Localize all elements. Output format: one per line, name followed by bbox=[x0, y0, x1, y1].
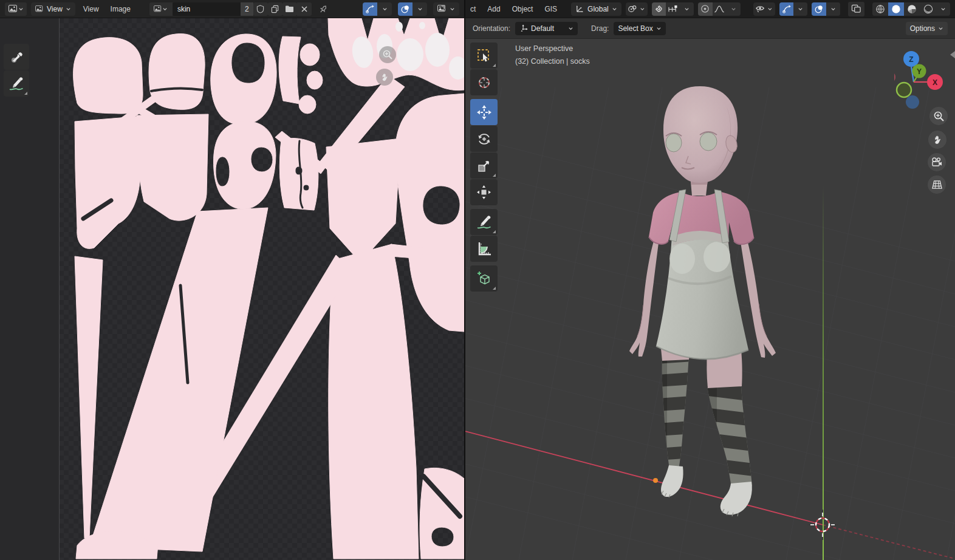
menu-object[interactable]: Object bbox=[508, 3, 537, 15]
gizmo-icon bbox=[365, 4, 375, 14]
viewport-gizmos-toggle[interactable] bbox=[779, 2, 793, 16]
navigation-gizmo[interactable]: Z Y X bbox=[894, 44, 950, 111]
drag-dropdown[interactable]: Select Box bbox=[614, 22, 665, 35]
proportional-editing-toggle[interactable] bbox=[698, 2, 712, 16]
transform-orientation-dropdown[interactable]: Global bbox=[571, 2, 621, 16]
view-perspective-label: User Perspective bbox=[515, 43, 590, 55]
pan-button[interactable] bbox=[376, 69, 393, 86]
proportional-dropdown[interactable] bbox=[727, 2, 741, 16]
open-image-button[interactable] bbox=[282, 2, 297, 16]
axis-neg-z-ball[interactable] bbox=[906, 95, 919, 109]
grid-perspective-icon bbox=[931, 180, 943, 190]
chevron-down-icon bbox=[640, 6, 645, 12]
snap-dropdown[interactable] bbox=[680, 2, 694, 16]
uv-image-canvas[interactable] bbox=[0, 18, 464, 560]
pivot-point-dropdown[interactable] bbox=[626, 2, 648, 16]
uv-texture-artwork bbox=[59, 18, 464, 560]
shading-material-button[interactable] bbox=[904, 2, 920, 16]
menu-gis[interactable]: GIS bbox=[541, 3, 561, 15]
tool-sample[interactable] bbox=[4, 44, 29, 70]
tool-add-cube[interactable] bbox=[470, 265, 498, 292]
users-count-button[interactable]: 2 bbox=[241, 2, 253, 16]
shading-solid-button[interactable] bbox=[888, 2, 904, 16]
viewport-3d[interactable]: User Perspective (32) Collection | socks bbox=[465, 39, 955, 560]
rotate-icon bbox=[476, 131, 492, 147]
axis-z-ball[interactable]: Z bbox=[903, 51, 919, 67]
object-visibility-dropdown[interactable] bbox=[753, 2, 775, 16]
image-icon bbox=[154, 5, 162, 13]
character-model[interactable] bbox=[629, 86, 776, 516]
image-name-input[interactable]: skin bbox=[173, 2, 241, 16]
tool-cursor[interactable] bbox=[470, 69, 498, 95]
xray-toggle[interactable] bbox=[848, 2, 864, 16]
tool-options-corner bbox=[493, 64, 496, 67]
sidebar-toggle-arrow[interactable] bbox=[950, 51, 955, 58]
viewport-pane: ct Add Object GIS Global bbox=[465, 0, 955, 560]
hand-icon bbox=[380, 72, 390, 83]
editor-type-button[interactable] bbox=[5, 2, 27, 16]
pin-button[interactable] bbox=[316, 2, 330, 16]
viewport-overlays-toggle[interactable] bbox=[812, 2, 826, 16]
snap-with-button[interactable] bbox=[666, 2, 680, 16]
solid-sphere-icon bbox=[891, 4, 901, 14]
pin-icon bbox=[318, 4, 328, 14]
tool-scale[interactable] bbox=[470, 152, 498, 179]
proportional-falloff-button[interactable] bbox=[713, 2, 727, 16]
display-mode-value: View bbox=[47, 5, 63, 13]
display-channels-dropdown[interactable] bbox=[433, 2, 459, 16]
chevron-down-icon bbox=[568, 26, 573, 31]
options-dropdown[interactable]: Options bbox=[906, 22, 948, 35]
gizmos-dropdown[interactable] bbox=[377, 2, 392, 16]
tool-annotate-image[interactable] bbox=[4, 70, 29, 97]
drag-value: Select Box bbox=[618, 24, 652, 33]
overlays-icon bbox=[814, 4, 824, 14]
axis-neg-x-ball[interactable] bbox=[894, 70, 895, 84]
pan-view-button[interactable] bbox=[928, 131, 946, 149]
tool-annotate[interactable] bbox=[470, 209, 498, 235]
viewport-gizmos-dropdown[interactable] bbox=[793, 2, 807, 16]
new-image-button[interactable] bbox=[268, 2, 282, 16]
zoom-view-button[interactable] bbox=[929, 107, 948, 125]
menu-select-clipped[interactable]: ct bbox=[470, 3, 479, 15]
stocking-right bbox=[700, 379, 758, 494]
tool-select-box[interactable] bbox=[470, 43, 498, 69]
chevron-down-icon bbox=[938, 26, 943, 31]
shading-wireframe-button[interactable] bbox=[872, 2, 888, 16]
image-editor-pane: View View Image skin 2 bbox=[0, 0, 464, 560]
object-origin-dot[interactable] bbox=[653, 478, 658, 483]
axis-x-ball[interactable]: X bbox=[927, 74, 943, 90]
tool-move[interactable] bbox=[470, 99, 498, 125]
menu-add[interactable]: Add bbox=[484, 3, 504, 15]
drag-label: Drag: bbox=[591, 24, 609, 33]
tool-rotate[interactable] bbox=[470, 126, 498, 152]
tool-settings-bar: Orientation: Default Drag: Select Box Op… bbox=[465, 18, 955, 39]
tool-transform[interactable] bbox=[470, 179, 498, 205]
gizmos-toggle[interactable] bbox=[363, 2, 377, 16]
ortho-grid-button[interactable] bbox=[928, 176, 946, 194]
eyedropper-icon bbox=[9, 50, 24, 64]
menu-view[interactable]: View bbox=[80, 3, 103, 15]
fake-user-button[interactable] bbox=[253, 2, 268, 16]
image-editor-toolbar bbox=[4, 44, 29, 97]
overlays-dropdown[interactable] bbox=[412, 2, 427, 16]
orientation-dropdown[interactable]: Default bbox=[515, 22, 578, 35]
tool-measure[interactable] bbox=[470, 236, 498, 262]
cursor-tool-icon bbox=[476, 75, 492, 90]
material-sphere-icon bbox=[907, 4, 917, 14]
viewport-header: ct Add Object GIS Global bbox=[465, 0, 955, 18]
shading-rendered-button[interactable] bbox=[920, 2, 936, 16]
axis-y-ball[interactable]: Y bbox=[912, 64, 926, 78]
viewport-overlays-dropdown[interactable] bbox=[826, 2, 840, 16]
axis-neg-y-ball[interactable] bbox=[897, 83, 911, 97]
snap-toggle[interactable] bbox=[652, 2, 666, 16]
zoom-button[interactable] bbox=[379, 46, 396, 63]
chevron-down-icon bbox=[731, 6, 736, 12]
display-mode-dropdown[interactable]: View bbox=[31, 2, 75, 16]
menu-image[interactable]: Image bbox=[107, 3, 134, 15]
browse-image-button[interactable] bbox=[149, 2, 173, 16]
camera-view-button[interactable] bbox=[928, 153, 946, 171]
shading-dropdown[interactable] bbox=[936, 2, 950, 16]
annotate-pencil-icon bbox=[476, 215, 492, 230]
unlink-image-button[interactable] bbox=[297, 2, 312, 16]
overlays-toggle[interactable] bbox=[398, 2, 412, 16]
